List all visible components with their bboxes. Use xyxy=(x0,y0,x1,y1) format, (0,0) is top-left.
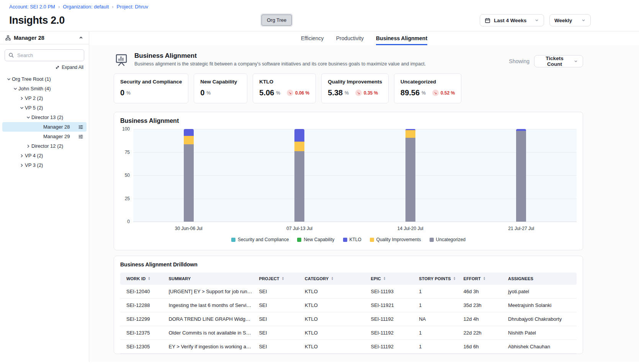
kpi-unit: % xyxy=(126,90,131,96)
y-tick-label: 0 xyxy=(127,219,130,224)
tree-item[interactable]: VP 3 (2) xyxy=(2,160,87,170)
chevron-down-icon[interactable] xyxy=(12,86,18,92)
chevron-right-icon[interactable] xyxy=(18,162,25,168)
tree-item[interactable]: VP 2 (2) xyxy=(2,93,87,103)
sidebar-header: Manager 28 xyxy=(0,31,89,44)
tree-item[interactable]: VP 4 (2) xyxy=(2,151,87,160)
sliders-filter-icon[interactable] xyxy=(78,124,83,130)
kpi-unit: % xyxy=(422,90,426,96)
tree-item[interactable]: Director 12 (2) xyxy=(2,141,87,151)
tab-productivity[interactable]: Productivity xyxy=(336,31,364,45)
legend-item[interactable]: Quality Improvements xyxy=(370,237,421,242)
breadcrumb-separator: › xyxy=(58,4,60,10)
chevron-right-icon[interactable] xyxy=(25,143,31,149)
kpi-row: Security and Compliance0%New Capability0… xyxy=(114,73,583,103)
table-row: SEI-12288Ingesting the last 6 months of … xyxy=(120,299,577,312)
chevron-down-icon[interactable] xyxy=(5,76,12,82)
legend-item[interactable]: Security and Compliance xyxy=(231,237,289,242)
tree-item[interactable]: Manager 29 xyxy=(2,132,87,141)
chevron-right-icon[interactable] xyxy=(18,153,25,159)
trend-down-arrow-icon: ↘ xyxy=(355,90,362,96)
column-header-label: STORY POINTS xyxy=(419,276,451,281)
sliders-filter-icon[interactable] xyxy=(78,134,83,139)
stacked-bar xyxy=(294,129,304,222)
kpi-unit: % xyxy=(206,90,211,96)
legend-item[interactable]: Uncategorized xyxy=(430,237,466,242)
column-header-summary: SUMMARY xyxy=(165,273,256,285)
tree-item-label: Manager 29 xyxy=(43,134,70,139)
column-header-label: WORK ID xyxy=(126,276,145,281)
chevron-right-icon[interactable] xyxy=(18,95,25,101)
table-cell: 1 xyxy=(416,326,460,340)
y-axis: 0255075100 xyxy=(120,129,133,222)
sidebar-search xyxy=(5,49,84,61)
tree-item[interactable]: John Smith (4) xyxy=(2,84,87,93)
expand-all-button[interactable]: Expand All xyxy=(0,62,89,73)
tree-item[interactable]: Org Tree Root (1) xyxy=(2,74,87,84)
kpi-value-row: 5.06%↘0.06 % xyxy=(259,88,309,97)
column-header-inner[interactable]: CATEGORY▲▼ xyxy=(305,276,365,281)
column-header-inner[interactable]: WORK ID▲▼ xyxy=(126,276,162,281)
section-header: Business Alignment Business alignment is… xyxy=(114,52,583,67)
sort-icon[interactable]: ▲▼ xyxy=(282,277,284,280)
legend-label: Uncategorized xyxy=(436,237,466,242)
tab-efficiency[interactable]: Efficiency xyxy=(301,31,324,45)
bar-group xyxy=(244,129,355,222)
table-cell: SEI-11192 xyxy=(368,326,416,340)
chart-legend: Security and ComplianceNew CapabilityKTL… xyxy=(120,236,577,245)
legend-item[interactable]: New Capability xyxy=(297,237,334,242)
org-tree-button[interactable]: Org Tree xyxy=(261,15,292,26)
granularity-select[interactable]: Weekly xyxy=(549,14,591,26)
tree-item-label: VP 3 (2) xyxy=(25,162,43,168)
column-header-inner[interactable]: STORY POINTS▲▼ xyxy=(419,276,457,281)
bar-segment-uncategorized xyxy=(405,138,415,222)
legend-item[interactable]: KTLO xyxy=(343,237,361,242)
chart-panel: Business Alignment 0255075100 30 Jun-06 … xyxy=(114,112,583,250)
table-cell: SEI-12299 xyxy=(120,312,165,326)
tree-item[interactable]: VP 5 (2) xyxy=(2,103,87,113)
tree-item[interactable]: Manager 28 xyxy=(2,122,87,132)
date-range-value: Last 4 Weeks xyxy=(494,18,526,23)
breadcrumb-link[interactable]: Project: Dhruv xyxy=(117,4,148,10)
sort-icon[interactable]: ▲▼ xyxy=(453,277,456,280)
table-cell: 35d 23h xyxy=(461,299,505,312)
table-cell: SEI-11193 xyxy=(368,285,416,299)
table-cell: KTLO xyxy=(302,326,368,340)
chevron-down-icon[interactable] xyxy=(18,105,25,111)
x-tick-label: 14 Jul-20 Jul xyxy=(355,226,466,231)
trend-down-arrow-icon: ↘ xyxy=(287,90,293,96)
tree-item-label: VP 2 (2) xyxy=(25,95,43,101)
table-cell: 1 xyxy=(416,340,460,354)
sidebar-collapse-chevron-up-icon[interactable] xyxy=(78,35,83,40)
breadcrumb-link[interactable]: Organization: default xyxy=(63,4,109,10)
sidebar-header-label: Manager 28 xyxy=(14,35,44,41)
showing-select[interactable]: Tickets Count xyxy=(534,55,583,67)
showing-label: Showing xyxy=(509,58,530,64)
y-tick-label: 100 xyxy=(122,126,130,132)
column-header-inner[interactable]: EFFORT▲▼ xyxy=(464,276,502,281)
sort-icon[interactable]: ▲▼ xyxy=(331,277,334,280)
breadcrumb-link[interactable]: Account: SEI 2.0 PM xyxy=(9,4,55,10)
table-cell: SEI-12288 xyxy=(120,299,165,312)
date-range-select[interactable]: Last 4 Weeks xyxy=(480,14,544,26)
legend-swatch xyxy=(343,238,347,242)
sort-icon[interactable]: ▲▼ xyxy=(483,277,486,280)
search-input[interactable] xyxy=(5,49,84,61)
expand-all-label: Expand All xyxy=(62,65,83,70)
column-header-inner[interactable]: PROJECT▲▼ xyxy=(259,276,299,281)
chevron-down-icon[interactable] xyxy=(25,114,31,121)
table-cell: NA xyxy=(416,312,460,326)
y-tick-label: 25 xyxy=(125,196,130,201)
bar-segment-ktlo xyxy=(294,129,304,142)
stacked-bar xyxy=(516,129,526,222)
table-cell: SEI-12040 xyxy=(120,285,165,299)
table-cell: Abhishek Chauhan xyxy=(505,340,577,354)
column-header-inner[interactable]: EPIC▲▼ xyxy=(371,276,413,281)
title-row: Insights 2.0 Org Tree Last 4 Weeks Weekl… xyxy=(9,14,591,26)
tree-item[interactable]: Director 13 (2) xyxy=(2,113,87,122)
tab-business-alignment[interactable]: Business Alignment xyxy=(376,31,427,45)
bar-group xyxy=(466,129,577,222)
stacked-bar-chart: 0255075100 xyxy=(120,129,577,222)
sort-icon[interactable]: ▲▼ xyxy=(383,277,386,280)
sort-icon[interactable]: ▲▼ xyxy=(148,277,150,280)
